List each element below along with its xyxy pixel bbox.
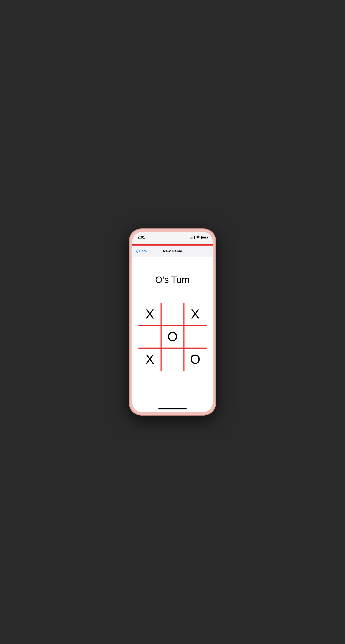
battery-fill <box>202 236 206 238</box>
cell-1-2[interactable] <box>184 325 207 348</box>
cell-1-0[interactable] <box>138 325 161 348</box>
cell-symbol-2-2: O <box>190 353 200 366</box>
navigation-bar: Back New Game <box>132 246 213 257</box>
cell-2-0[interactable]: X <box>138 348 161 371</box>
screen: 2:01 <box>132 232 213 412</box>
status-time: 2:01 <box>138 235 145 240</box>
cell-symbol-0-2: X <box>191 308 200 321</box>
wifi-icon <box>196 236 200 239</box>
back-button[interactable]: Back <box>136 249 147 254</box>
home-bar <box>158 408 187 410</box>
cell-2-1[interactable] <box>161 348 184 371</box>
battery-icon <box>201 236 207 239</box>
scene: 2:01 <box>86 161 259 483</box>
cell-0-0[interactable]: X <box>138 303 161 325</box>
board-cells: X X O <box>138 303 207 371</box>
cell-symbol-2-0: X <box>145 353 154 366</box>
home-indicator <box>132 406 213 412</box>
cell-1-1[interactable]: O <box>161 325 184 348</box>
cell-symbol-0-0: X <box>145 308 154 321</box>
phone-shell: 2:01 <box>130 229 215 415</box>
chevron-left-icon <box>136 250 138 253</box>
game-board[interactable]: X X O <box>138 303 207 371</box>
cell-symbol-1-1: O <box>167 330 178 343</box>
turn-label: O's Turn <box>155 274 190 285</box>
cell-2-2[interactable]: O <box>184 348 207 371</box>
signal-icon <box>190 236 195 239</box>
main-content: O's Turn X <box>132 257 213 406</box>
nav-title: New Game <box>163 249 182 254</box>
status-icons <box>190 236 207 239</box>
cell-0-1[interactable] <box>161 303 184 325</box>
status-bar: 2:01 <box>132 232 213 243</box>
back-label: Back <box>139 249 147 254</box>
cell-0-2[interactable]: X <box>184 303 207 325</box>
